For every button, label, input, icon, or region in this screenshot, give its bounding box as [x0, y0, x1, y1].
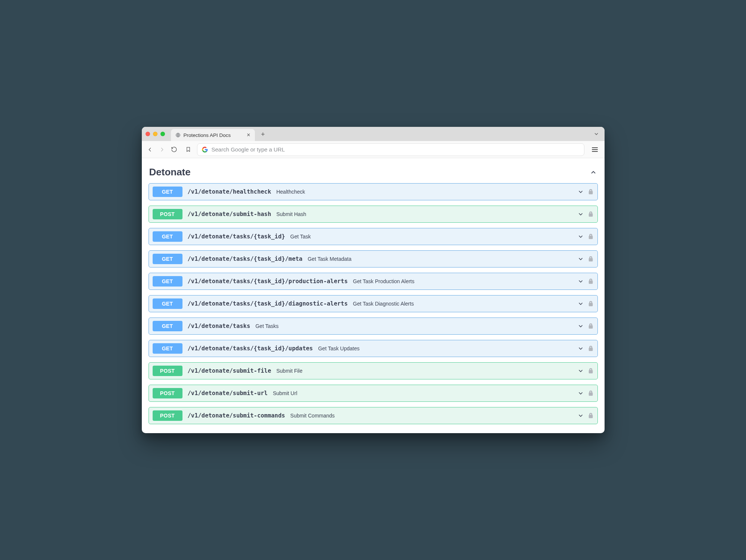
endpoint-row[interactable]: GET/v1/detonate/healthcheckHealthcheck	[149, 183, 598, 200]
browser-toolbar: Search Google or type a URL	[142, 141, 605, 158]
tab-close-button[interactable]: ×	[247, 132, 250, 138]
svg-rect-3	[589, 236, 592, 239]
chevron-down-icon[interactable]	[577, 211, 584, 218]
endpoint-row[interactable]: GET/v1/detonate/tasks/{task_id}/updatesG…	[149, 340, 598, 357]
nav-reload-button[interactable]	[171, 146, 177, 153]
http-method-badge: GET	[153, 321, 182, 331]
chevron-down-icon[interactable]	[577, 188, 584, 195]
url-bar[interactable]: Search Google or type a URL	[197, 143, 584, 156]
window-controls	[146, 132, 165, 136]
window-minimize-button[interactable]	[153, 132, 157, 136]
endpoint-summary: Get Task Updates	[318, 345, 359, 351]
endpoint-path: /v1/detonate/tasks/{task_id}	[188, 233, 285, 240]
endpoint-path: /v1/detonate/tasks/{task_id}/meta	[188, 256, 303, 262]
window-maximize-button[interactable]	[160, 132, 165, 136]
bookmark-button[interactable]	[185, 147, 191, 152]
svg-rect-4	[589, 259, 592, 261]
nav-back-button[interactable]	[147, 147, 153, 153]
browser-window: Protections API Docs × + Search Google o…	[142, 127, 605, 433]
url-placeholder: Search Google or type a URL	[212, 146, 285, 153]
endpoint-path: /v1/detonate/submit-hash	[188, 211, 271, 218]
endpoint-summary: Get Tasks	[255, 323, 278, 329]
http-method-badge: GET	[153, 276, 182, 287]
chevron-down-icon[interactable]	[577, 412, 584, 419]
section-header[interactable]: Detonate	[149, 165, 598, 183]
endpoint-summary: Submit Commands	[290, 413, 335, 419]
section-title: Detonate	[149, 166, 191, 178]
endpoint-path: /v1/detonate/submit-url	[188, 390, 268, 397]
svg-rect-2	[589, 214, 592, 216]
globe-icon	[175, 132, 181, 138]
lock-icon[interactable]	[588, 189, 594, 195]
chevron-down-icon[interactable]	[577, 367, 584, 374]
tabs-dropdown-button[interactable]	[593, 131, 599, 137]
http-method-badge: GET	[153, 187, 182, 197]
menu-button[interactable]	[590, 146, 599, 153]
lock-icon[interactable]	[588, 301, 594, 307]
endpoint-row[interactable]: POST/v1/detonate/submit-commandsSubmit C…	[149, 407, 598, 424]
lock-icon[interactable]	[588, 256, 594, 262]
section-collapse-icon[interactable]	[590, 169, 597, 176]
http-method-badge: POST	[153, 209, 182, 219]
lock-icon[interactable]	[588, 413, 594, 419]
lock-icon[interactable]	[588, 390, 594, 396]
chevron-down-icon[interactable]	[577, 345, 584, 352]
page-content: Detonate GET/v1/detonate/healthcheckHeal…	[142, 158, 605, 433]
window-close-button[interactable]	[146, 132, 150, 136]
http-method-badge: GET	[153, 231, 182, 242]
lock-icon[interactable]	[588, 278, 594, 284]
endpoint-summary: Get Task Production Alerts	[353, 278, 415, 284]
lock-icon[interactable]	[588, 368, 594, 374]
nav-forward-button[interactable]	[159, 147, 165, 153]
lock-icon[interactable]	[588, 323, 594, 329]
endpoint-path: /v1/detonate/submit-commands	[188, 412, 285, 419]
endpoint-summary: Healthcheck	[276, 189, 305, 195]
new-tab-button[interactable]: +	[258, 129, 268, 140]
lock-icon[interactable]	[588, 211, 594, 217]
endpoint-row[interactable]: GET/v1/detonate/tasks/{task_id}/metaGet …	[149, 250, 598, 268]
svg-rect-5	[589, 281, 592, 284]
chevron-down-icon[interactable]	[577, 390, 584, 397]
svg-rect-9	[589, 370, 592, 373]
chevron-down-icon[interactable]	[577, 323, 584, 329]
endpoint-summary: Get Task Diagnostic Alerts	[353, 301, 414, 307]
lock-icon[interactable]	[588, 345, 594, 351]
svg-rect-8	[589, 348, 592, 351]
svg-rect-11	[589, 415, 592, 418]
endpoint-summary: Submit Hash	[276, 211, 306, 217]
http-method-badge: POST	[153, 366, 182, 376]
endpoint-list: GET/v1/detonate/healthcheckHealthcheckPO…	[149, 183, 598, 424]
browser-tab[interactable]: Protections API Docs ×	[171, 129, 255, 141]
endpoint-path: /v1/detonate/tasks/{task_id}/diagnostic-…	[188, 300, 348, 307]
endpoint-summary: Get Task	[290, 234, 311, 240]
endpoint-row[interactable]: GET/v1/detonate/tasksGet Tasks	[149, 317, 598, 335]
http-method-badge: GET	[153, 254, 182, 264]
endpoint-path: /v1/detonate/tasks	[188, 323, 250, 329]
endpoint-row[interactable]: GET/v1/detonate/tasks/{task_id}Get Task	[149, 228, 598, 245]
endpoint-summary: Submit Url	[273, 390, 297, 396]
tab-title: Protections API Docs	[184, 132, 231, 138]
http-method-badge: GET	[153, 298, 182, 309]
chevron-down-icon[interactable]	[577, 256, 584, 262]
google-icon	[202, 147, 208, 153]
chevron-down-icon[interactable]	[577, 233, 584, 240]
http-method-badge: GET	[153, 343, 182, 354]
svg-rect-6	[589, 303, 592, 306]
chevron-down-icon[interactable]	[577, 300, 584, 307]
chevron-down-icon[interactable]	[577, 278, 584, 285]
endpoint-row[interactable]: POST/v1/detonate/submit-hashSubmit Hash	[149, 206, 598, 223]
svg-rect-10	[589, 393, 592, 395]
window-titlebar: Protections API Docs × +	[142, 127, 605, 141]
svg-rect-1	[589, 191, 592, 194]
endpoint-row[interactable]: POST/v1/detonate/submit-fileSubmit File	[149, 362, 598, 379]
endpoint-path: /v1/detonate/healthcheck	[188, 188, 271, 195]
endpoint-path: /v1/detonate/tasks/{task_id}/updates	[188, 345, 313, 352]
endpoint-path: /v1/detonate/tasks/{task_id}/production-…	[188, 278, 348, 285]
endpoint-summary: Submit File	[276, 368, 302, 374]
lock-icon[interactable]	[588, 234, 594, 240]
endpoint-row[interactable]: GET/v1/detonate/tasks/{task_id}/producti…	[149, 273, 598, 290]
endpoint-row[interactable]: POST/v1/detonate/submit-urlSubmit Url	[149, 385, 598, 402]
endpoint-row[interactable]: GET/v1/detonate/tasks/{task_id}/diagnost…	[149, 295, 598, 312]
http-method-badge: POST	[153, 410, 182, 421]
http-method-badge: POST	[153, 388, 182, 398]
